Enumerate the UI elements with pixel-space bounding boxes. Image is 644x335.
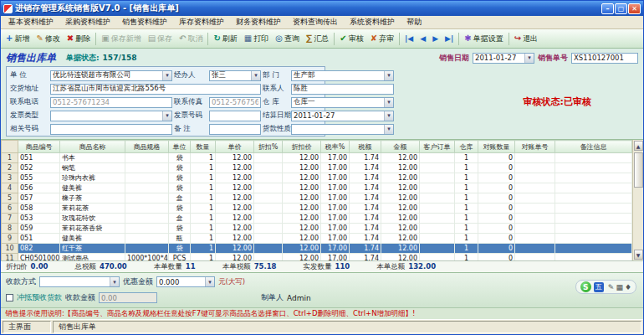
toolbar-button[interactable]: ✔审核 xyxy=(336,31,366,47)
column-header[interactable]: 税额 xyxy=(350,141,381,153)
chevron-down-icon[interactable]: ▾ xyxy=(384,125,393,134)
menu-item[interactable]: 销售资料维护 xyxy=(116,16,173,28)
column-header[interactable]: 商品编号 xyxy=(18,141,60,153)
table-row[interactable]: 9051健美裤瓶112.0012.0017.001.7412.0010 xyxy=(2,234,632,244)
column-header[interactable]: 单价 xyxy=(216,141,254,153)
ime-tool-icon[interactable]: ✎ xyxy=(608,283,615,291)
toolbar-button[interactable]: ↻刷新 xyxy=(210,31,240,47)
nature-input[interactable] xyxy=(292,125,384,134)
ime-mode-icon[interactable]: 五 xyxy=(594,282,604,292)
contact-input[interactable] xyxy=(292,85,393,94)
table-cell: 测试商品 xyxy=(60,254,125,261)
toolbar-button[interactable]: ✖删除 xyxy=(64,31,94,47)
chevron-down-icon[interactable]: ▾ xyxy=(251,71,260,80)
menu-item[interactable]: 财务资料维护 xyxy=(230,16,287,28)
toolbar-button[interactable]: ▦打印 xyxy=(241,31,272,47)
chevron-down-icon[interactable]: ▾ xyxy=(162,71,171,80)
toolbar-button[interactable]: ◎查询 xyxy=(272,31,303,47)
calendar-dropdown-icon[interactable]: ▾ xyxy=(524,54,534,63)
table-row[interactable]: 2052钢笔袋112.0012.0017.001.7412.0010 xyxy=(2,163,632,173)
menu-item[interactable]: 基本资料维护 xyxy=(3,16,59,28)
column-header[interactable]: 金额 xyxy=(381,141,420,153)
table-row[interactable]: 8059茉莉花茶香袋袋112.0012.0017.001.7412.0010 xyxy=(2,224,632,234)
table-row[interactable]: 10082红干茶袋112.0012.0017.001.7412.0010 xyxy=(2,244,632,254)
unit-input[interactable] xyxy=(51,71,162,80)
table-row[interactable]: 4056健美裤袋112.0012.0017.001.7412.0010 xyxy=(2,183,632,193)
table-cell: 057 xyxy=(18,193,60,204)
scrollbar-thumb[interactable] xyxy=(634,152,643,188)
toolbar-button[interactable]: ▶ xyxy=(429,32,442,45)
toolbar-button[interactable]: ✎修改 xyxy=(33,31,63,47)
table-row[interactable]: 3055珍珠内衣裤袋112.0012.0017.001.7412.0010 xyxy=(2,173,632,183)
column-header[interactable]: 对账单号 xyxy=(515,141,555,153)
column-header[interactable]: 税率% xyxy=(321,141,350,153)
minimize-button[interactable]: – xyxy=(601,3,614,14)
toolbar-button-label: 新增 xyxy=(14,34,29,44)
calendar-dropdown-icon[interactable]: ▾ xyxy=(384,111,393,121)
scroll-up-icon[interactable]: ▲ xyxy=(634,141,643,151)
remark-input[interactable] xyxy=(210,125,260,134)
menu-item[interactable]: 库存资料维护 xyxy=(173,16,230,28)
address-input[interactable] xyxy=(51,85,260,94)
column-header[interactable]: 商品规格 xyxy=(125,141,169,153)
scroll-down-icon[interactable]: ▼ xyxy=(634,250,643,260)
column-header[interactable]: 数量 xyxy=(191,141,216,153)
column-header[interactable]: 仓库 xyxy=(455,141,478,153)
toolbar-button[interactable]: ◀ xyxy=(417,32,429,45)
toolbar-button[interactable]: +新增 xyxy=(3,31,33,47)
table-row[interactable]: 6058茉莉花茶袋112.0012.0017.001.7412.0010 xyxy=(2,204,632,214)
phone-input[interactable] xyxy=(51,98,171,107)
menu-item[interactable]: 采购资料维护 xyxy=(59,16,116,28)
receipt-amount-input[interactable] xyxy=(99,292,157,303)
toolbar-button[interactable]: |◀ xyxy=(401,32,417,45)
column-header[interactable]: 备注信息 xyxy=(555,141,632,153)
toolbar-button[interactable]: ∑汇总 xyxy=(303,31,332,47)
table-row[interactable]: 1051书本袋112.0012.0017.001.7412.0010 xyxy=(2,153,632,163)
ime-tool-icon[interactable]: ▦ xyxy=(616,283,623,291)
chevron-down-icon[interactable]: ▾ xyxy=(162,111,171,121)
menu-item[interactable]: 系统资料维护 xyxy=(344,16,401,28)
settle-date-input[interactable] xyxy=(292,111,384,121)
doc-status-label: 单据状态: xyxy=(66,53,100,64)
column-header[interactable]: 折扣价 xyxy=(283,141,321,153)
column-header[interactable]: 客户订单 xyxy=(420,141,455,153)
maximize-button[interactable]: ▢ xyxy=(615,3,627,14)
dept-input[interactable] xyxy=(292,71,384,80)
invoice-no-input[interactable] xyxy=(210,111,260,121)
menu-item[interactable]: 资料查询传出 xyxy=(287,16,344,28)
chevron-down-icon[interactable]: ▾ xyxy=(384,98,393,107)
warehouse-input[interactable] xyxy=(292,98,384,107)
chevron-down-icon[interactable]: ▾ xyxy=(110,277,119,286)
table-row[interactable]: 11CH05010001测试商品1000*100*40.PCS112.0012.… xyxy=(2,254,632,261)
spinner-icon[interactable]: ▾ xyxy=(205,277,214,286)
toolbar-button[interactable]: ↪退出 xyxy=(511,31,541,47)
toolbar-button[interactable]: ▣保存新增 xyxy=(98,31,144,47)
offset-prepay-checkbox[interactable] xyxy=(6,294,13,302)
menu-item[interactable]: 帮助 xyxy=(401,16,427,28)
ime-logo-icon[interactable]: S xyxy=(580,281,591,292)
discount-amount-input[interactable] xyxy=(157,277,205,286)
sale-date-input[interactable] xyxy=(473,54,524,63)
table-row[interactable]: 5057橡子茶盒112.0012.0017.001.7412.0010 xyxy=(2,193,632,204)
toolbar-button[interactable]: ✘弃审 xyxy=(367,31,397,47)
related-no-input[interactable] xyxy=(51,125,171,134)
sale-no-input[interactable] xyxy=(572,54,637,63)
close-button[interactable]: ✕ xyxy=(628,3,641,14)
vertical-scrollbar[interactable]: ▲ ▼ xyxy=(632,140,643,260)
payment-method-select[interactable] xyxy=(40,277,110,286)
toolbar-button[interactable]: ✱单据设置 xyxy=(461,31,506,47)
toolbar-button[interactable]: ▤保存 xyxy=(145,31,176,47)
fax-input[interactable] xyxy=(210,98,260,107)
ime-tool-icon[interactable]: ♦ xyxy=(625,283,631,291)
table-cell: 1.74 xyxy=(350,204,381,214)
invoice-type-input[interactable] xyxy=(51,111,162,121)
column-header[interactable]: 折扣% xyxy=(254,141,283,153)
chevron-down-icon[interactable]: ▾ xyxy=(384,71,393,80)
toolbar-button[interactable]: ▶| xyxy=(442,32,457,45)
toolbar-button[interactable]: ↶取消 xyxy=(176,31,206,47)
column-header[interactable]: 单位 xyxy=(169,141,191,153)
table-row[interactable]: 7053玫瑰花特饮盒112.0012.0017.001.7412.0010 xyxy=(2,214,632,224)
agent-input[interactable] xyxy=(210,71,251,80)
column-header[interactable]: 对账数量 xyxy=(478,141,515,153)
column-header[interactable]: 商品名称 xyxy=(60,141,125,153)
